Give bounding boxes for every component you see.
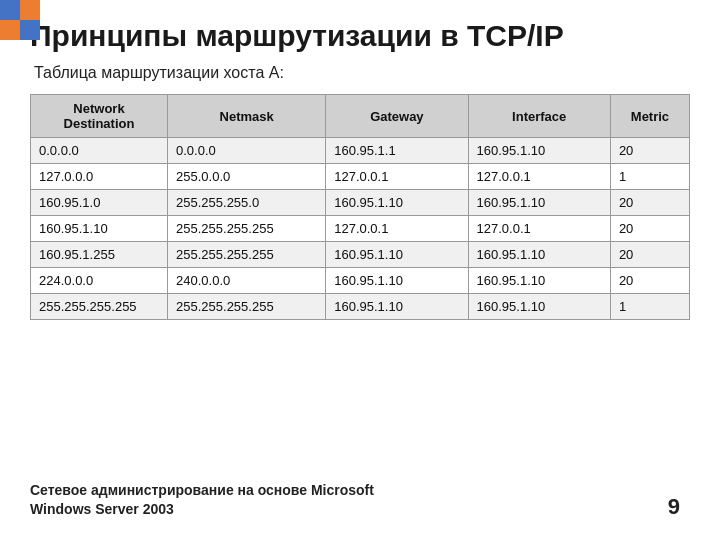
table-cell: 160.95.1.10	[326, 190, 468, 216]
table-cell: 20	[610, 138, 689, 164]
svg-rect-1	[20, 0, 40, 20]
table-cell: 160.95.1.10	[326, 268, 468, 294]
page-title: Принципы маршрутизации в TCP/IP	[30, 18, 690, 54]
table-cell: 255.255.255.255	[31, 294, 168, 320]
table-row: 160.95.1.0255.255.255.0160.95.1.10160.95…	[31, 190, 690, 216]
table-cell: 160.95.1.10	[468, 190, 610, 216]
table-cell: 255.255.255.255	[168, 242, 326, 268]
table-cell: 1	[610, 294, 689, 320]
table-cell: 1	[610, 164, 689, 190]
table-cell: 255.255.255.255	[168, 216, 326, 242]
table-cell: 255.0.0.0	[168, 164, 326, 190]
col-header-interface: Interface	[468, 95, 610, 138]
table-cell: 160.95.1.10	[468, 268, 610, 294]
table-cell: 20	[610, 216, 689, 242]
table-cell: 240.0.0.0	[168, 268, 326, 294]
table-cell: 0.0.0.0	[31, 138, 168, 164]
table-cell: 0.0.0.0	[168, 138, 326, 164]
table-cell: 160.95.1.255	[31, 242, 168, 268]
page-number: 9	[668, 494, 680, 520]
table-cell: 160.95.1.10	[468, 138, 610, 164]
table-row: 160.95.1.10255.255.255.255127.0.0.1127.0…	[31, 216, 690, 242]
svg-rect-3	[20, 20, 40, 40]
col-header-gateway: Gateway	[326, 95, 468, 138]
table-cell: 160.95.1.10	[31, 216, 168, 242]
table-cell: 160.95.1.1	[326, 138, 468, 164]
table-cell: 224.0.0.0	[31, 268, 168, 294]
table-cell: 160.95.1.0	[31, 190, 168, 216]
table-cell: 160.95.1.10	[468, 242, 610, 268]
table-cell: 20	[610, 242, 689, 268]
table-cell: 255.255.255.0	[168, 190, 326, 216]
table-row: 0.0.0.00.0.0.0160.95.1.1160.95.1.1020	[31, 138, 690, 164]
col-header-network-destination: Network Destination	[31, 95, 168, 138]
table-cell: 255.255.255.255	[168, 294, 326, 320]
svg-rect-0	[0, 0, 20, 20]
table-cell: 127.0.0.1	[468, 216, 610, 242]
table-row: 224.0.0.0240.0.0.0160.95.1.10160.95.1.10…	[31, 268, 690, 294]
table-row: 255.255.255.255255.255.255.255160.95.1.1…	[31, 294, 690, 320]
table-cell: 160.95.1.10	[326, 242, 468, 268]
col-header-metric: Metric	[610, 95, 689, 138]
routing-table: Network Destination Netmask Gateway Inte…	[30, 94, 690, 320]
subtitle: Таблица маршрутизации хоста А:	[30, 64, 690, 82]
table-cell: 127.0.0.1	[326, 164, 468, 190]
table-cell: 160.95.1.10	[326, 294, 468, 320]
footer-line2: Windows Server 2003	[30, 501, 174, 517]
table-row: 127.0.0.0255.0.0.0127.0.0.1127.0.0.11	[31, 164, 690, 190]
table-cell: 127.0.0.0	[31, 164, 168, 190]
corner-decoration	[0, 0, 40, 40]
table-cell: 20	[610, 190, 689, 216]
footer-text: Сетевое администрирование на основе Micr…	[30, 481, 374, 520]
table-cell: 127.0.0.1	[326, 216, 468, 242]
table-cell: 160.95.1.10	[468, 294, 610, 320]
table-cell: 127.0.0.1	[468, 164, 610, 190]
col-header-netmask: Netmask	[168, 95, 326, 138]
table-row: 160.95.1.255255.255.255.255160.95.1.1016…	[31, 242, 690, 268]
svg-rect-2	[0, 20, 20, 40]
footer-line1: Сетевое администрирование на основе Micr…	[30, 482, 374, 498]
table-cell: 20	[610, 268, 689, 294]
